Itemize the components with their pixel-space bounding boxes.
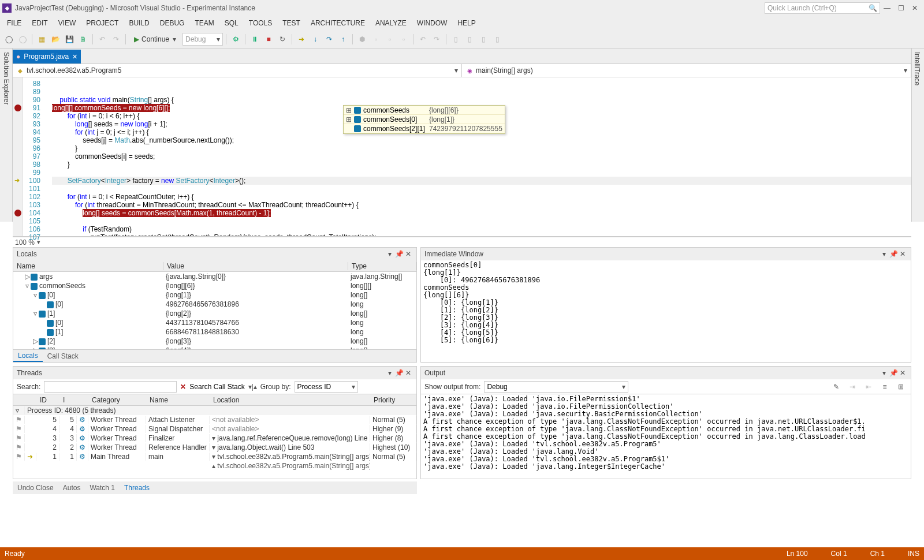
intellitrace-tab[interactable]: IntelliTrace	[912, 48, 922, 89]
groupby-combo[interactable]: Process ID	[295, 381, 358, 393]
solution-explorer-tab[interactable]: Solution Explorer	[1, 48, 12, 108]
output-icon[interactable]: ⇥	[846, 380, 859, 393]
menu-architecture[interactable]: ARCHITECTURE	[306, 18, 370, 28]
output-icon[interactable]: ⊞	[895, 380, 907, 393]
save-button[interactable]: 💾	[63, 33, 76, 46]
new-project-button[interactable]: ▦	[35, 33, 48, 46]
redo-button[interactable]: ↷	[110, 33, 122, 46]
tab-callstack[interactable]: Call Stack	[43, 351, 83, 361]
quick-launch[interactable]: Quick Launch (Ctrl+Q) 🔍	[765, 2, 880, 14]
expand-icon[interactable]: ⊞	[346, 106, 352, 114]
tab-undoclose[interactable]: Undo Close	[13, 483, 58, 493]
search-callstack-label[interactable]: Search Call Stack	[189, 383, 244, 391]
pin-button[interactable]: 📌	[889, 250, 898, 258]
tab-autos[interactable]: Autos	[58, 483, 85, 493]
tb-icon[interactable]: ▫	[383, 33, 396, 46]
undo-button[interactable]: ↶	[96, 33, 109, 46]
locals-row[interactable]: ▿commonSeeds{long[][6]}long[][]	[13, 281, 416, 290]
step-over-button[interactable]: ↷	[323, 33, 336, 46]
immediate-text[interactable]: commonSeeds[0] {long[1]} [0]: 4962768465…	[421, 260, 911, 362]
thread-row[interactable]: ⚑55⚙Worker ThreadAttach Listener<not ava…	[13, 415, 416, 424]
locals-row[interactable]: ▿[1]{long[2]}long[]	[13, 309, 416, 318]
tab-watch1[interactable]: Watch 1	[85, 483, 120, 493]
output-text[interactable]: 'java.exe' (Java): Loaded 'java.io.FileP…	[421, 394, 911, 479]
pin-button[interactable]: 📌	[394, 250, 404, 258]
minimize-button[interactable]: —	[880, 4, 894, 12]
menu-tools[interactable]: TOOLS	[244, 18, 277, 28]
output-source-combo[interactable]: Debug	[484, 381, 628, 393]
debugger-datatip[interactable]: ⊞commonSeeds{long[][6]} ⊞commonSeeds[0]{…	[343, 105, 505, 134]
thread-row[interactable]: ⚑➜11⚙Main Threadmain▾ tvl.school.ee382v.…	[13, 452, 416, 461]
dropdown-button[interactable]: ▾	[385, 250, 394, 258]
tb-icon[interactable]: ▯	[449, 33, 462, 46]
maximize-button[interactable]: ☐	[894, 4, 908, 12]
thread-row[interactable]: ⚑33⚙Worker ThreadFinalizer▾ java.lang.re…	[13, 434, 416, 443]
locals-row[interactable]: ▿[0]{long[1]}long[]	[13, 290, 416, 300]
tb-icon[interactable]: ▯	[463, 33, 476, 46]
nav-back-button[interactable]: ◯	[2, 33, 15, 46]
thread-row[interactable]: ⚑22⚙Worker ThreadReference Handler▾ java…	[13, 443, 416, 452]
menu-analyze[interactable]: ANALYZE	[371, 18, 411, 28]
process-button[interactable]: ⚙	[229, 33, 242, 46]
tb-icon[interactable]: ▫	[397, 33, 410, 46]
zoom-control[interactable]: 100 %	[13, 237, 911, 247]
step-into-button[interactable]: ↓	[309, 33, 322, 46]
code-editor[interactable]: ➜ 88899091929394959697989910010110210310…	[13, 77, 911, 237]
menu-help[interactable]: HELP	[453, 18, 480, 28]
close-tab-button[interactable]: ✕	[72, 53, 77, 61]
show-next-statement-button[interactable]: ➜	[295, 33, 308, 46]
locals-row[interactable]: ▷[2]{long[3]}long[]	[13, 337, 416, 346]
restart-button[interactable]: ↻	[276, 33, 289, 46]
file-tab[interactable]: ● Program5.java ✕	[13, 50, 81, 64]
breakpoint-gutter[interactable]: ➜	[13, 77, 23, 236]
locals-row[interactable]: ▷args{java.lang.String[0]}java.lang.Stri…	[13, 272, 416, 281]
tb-icon[interactable]: ▫	[370, 33, 382, 46]
tb-icon[interactable]: ↶	[416, 33, 429, 46]
code-content[interactable]: public static void main(String[] args) {…	[52, 77, 911, 236]
dropdown-button[interactable]: ▾	[880, 250, 889, 258]
close-panel-button[interactable]: ✕	[898, 369, 907, 377]
menu-test[interactable]: TEST	[278, 18, 305, 28]
clear-output-button[interactable]: ✎	[830, 380, 843, 393]
locals-row[interactable]: [0]4962768465676381896long	[13, 300, 416, 309]
dropdown-button[interactable]: ▾	[880, 369, 889, 377]
save-all-button[interactable]: 🗎	[77, 33, 90, 46]
menu-window[interactable]: WINDOW	[412, 18, 452, 28]
dropdown-button[interactable]: ▾	[385, 369, 394, 377]
nav-type-combo[interactable]: ◆ tvl.school.ee382v.a5.Program5▾	[13, 64, 462, 77]
stop-button[interactable]: ■	[262, 33, 275, 46]
menu-project[interactable]: PROJECT	[81, 18, 123, 28]
pin-button[interactable]: 📌	[889, 369, 898, 377]
hex-button[interactable]: ⬢	[356, 33, 368, 46]
tab-threads[interactable]: Threads	[120, 483, 154, 493]
tb-icon[interactable]: ▯	[477, 33, 490, 46]
tb-icon[interactable]: ↷	[430, 33, 443, 46]
close-panel-button[interactable]: ✕	[898, 250, 907, 258]
breakpoint-icon[interactable]	[14, 104, 21, 111]
menu-view[interactable]: VIEW	[54, 18, 81, 28]
menu-edit[interactable]: EDIT	[27, 18, 52, 28]
wordwrap-button[interactable]: ≡	[878, 380, 891, 393]
open-file-button[interactable]: 📂	[49, 33, 62, 46]
threads-group-row[interactable]: ▿Process ID: 4680 (5 threads)	[13, 406, 416, 415]
config-combo[interactable]: Debug	[182, 33, 223, 46]
tab-locals[interactable]: Locals	[13, 350, 43, 362]
close-panel-button[interactable]: ✕	[404, 369, 413, 377]
breakpoint-icon[interactable]	[14, 210, 21, 216]
thread-row[interactable]: ⚑44⚙Worker ThreadSignal Dispatcher<not a…	[13, 424, 416, 434]
menu-build[interactable]: BUILD	[124, 18, 154, 28]
output-icon[interactable]: ⇤	[862, 380, 875, 393]
clear-search-button[interactable]: ✕	[180, 383, 186, 391]
close-button[interactable]: ✕	[908, 4, 922, 12]
tb-icon[interactable]: ▯	[491, 33, 504, 46]
menu-team[interactable]: TEAM	[190, 18, 218, 28]
continue-button[interactable]: ▶Continue▾	[129, 33, 181, 45]
menu-debug[interactable]: DEBUG	[155, 18, 189, 28]
threads-search-input[interactable]	[44, 381, 177, 393]
pin-button[interactable]: 📌	[394, 369, 404, 377]
menu-sql[interactable]: SQL	[220, 18, 243, 28]
locals-row[interactable]: [0]4437113781045784766long	[13, 318, 416, 327]
fold-gutter[interactable]	[44, 77, 52, 236]
nav-member-combo[interactable]: ◉ main(String[] args)▾	[462, 64, 911, 77]
pause-button[interactable]: ⏸	[248, 33, 261, 46]
